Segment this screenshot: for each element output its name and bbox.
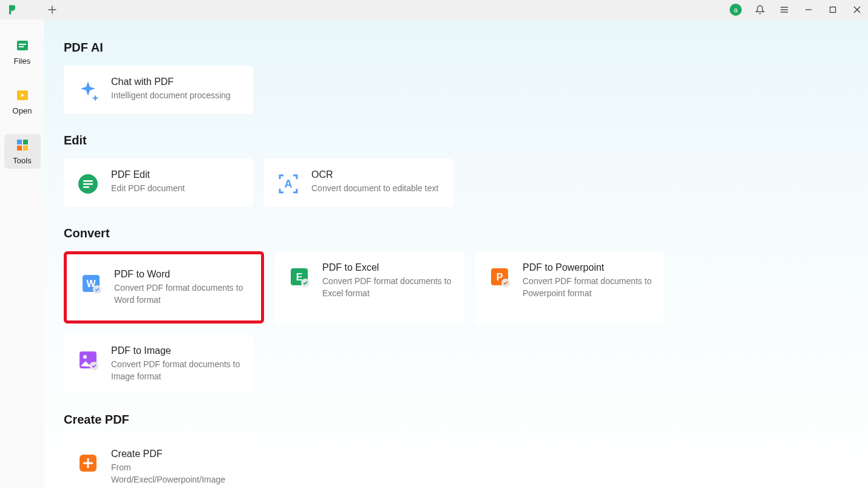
titlebar: a [0, 0, 868, 19]
card-title: PDF to Powerpoint [523, 262, 653, 273]
svg-rect-19 [83, 186, 89, 188]
card-desc: Intelligent document processing [111, 90, 231, 102]
section-convert: Convert W PDF to Word Convert PDF format… [64, 226, 849, 393]
section-edit: Edit PDF Edit Edit PDF document A [64, 134, 849, 207]
card-desc: Convert PDF format documents to Excel fo… [322, 276, 452, 299]
maximize-button[interactable] [827, 4, 839, 16]
sidebar-label: Open [13, 106, 32, 115]
minimize-button[interactable] [802, 4, 815, 16]
user-avatar[interactable]: a [730, 4, 742, 16]
sidebar-item-open[interactable]: Open [4, 84, 41, 119]
svg-rect-9 [19, 46, 24, 47]
svg-rect-12 [17, 140, 22, 144]
card-text: Create PDF From Word/Execl/Powerpoint/Im… [111, 449, 241, 486]
svg-rect-14 [17, 146, 22, 151]
card-text: PDF to Image Convert PDF format document… [111, 345, 241, 382]
section-create: Create PDF Create PDF From Word/Execl/Po… [64, 413, 849, 488]
card-title: Create PDF [111, 449, 241, 459]
excel-icon: E [287, 265, 311, 289]
sidebar-label: Files [14, 56, 30, 66]
sidebar: Files Open Tools [0, 19, 44, 488]
card-create-pdf[interactable]: Create PDF From Word/Execl/Powerpoint/Im… [64, 438, 253, 488]
menu-icon[interactable] [778, 4, 790, 16]
image-icon [76, 348, 100, 372]
card-desc: Convert PDF format documents to Word for… [114, 282, 249, 306]
card-title: PDF to Image [111, 345, 241, 356]
card-desc: Edit PDF document [111, 183, 185, 195]
svg-text:A: A [285, 178, 293, 190]
card-text: OCR Convert document to editable text [311, 169, 438, 195]
sidebar-item-files[interactable]: Files [4, 35, 41, 69]
sidebar-item-tools[interactable]: Tools [4, 134, 41, 169]
titlebar-right: a [730, 4, 863, 16]
svg-rect-13 [23, 140, 28, 144]
svg-rect-18 [83, 183, 93, 185]
section-title: Edit [64, 134, 849, 147]
section-pdf-ai: PDF AI Chat with PDF Intelligent documen… [64, 41, 849, 114]
card-desc: Convert PDF format documents to Image fo… [111, 359, 241, 382]
card-title: PDF to Word [114, 269, 249, 280]
notification-icon[interactable] [754, 4, 766, 16]
card-title: Chat with PDF [111, 76, 231, 87]
main-area: Files Open Tools PDF AI [0, 19, 868, 488]
card-text: PDF Edit Edit PDF document [111, 169, 185, 195]
card-title: OCR [311, 169, 438, 180]
svg-rect-17 [83, 180, 93, 182]
card-title: PDF to Excel [322, 262, 452, 273]
card-pdf-to-word[interactable]: W PDF to Word Convert PDF format documen… [64, 251, 264, 324]
card-desc: Convert document to editable text [311, 183, 438, 195]
new-tab-button[interactable] [45, 2, 59, 17]
close-button[interactable] [851, 4, 863, 16]
svg-point-31 [83, 355, 87, 359]
card-row: PDF Edit Edit PDF document A OCR Convert… [64, 158, 849, 207]
content-area: PDF AI Chat with PDF Intelligent documen… [44, 19, 868, 488]
pdf-edit-icon [76, 172, 100, 196]
card-text: PDF to Word Convert PDF format documents… [114, 269, 249, 306]
app-logo-icon [5, 2, 19, 17]
open-icon [15, 88, 30, 103]
svg-rect-15 [23, 146, 28, 151]
section-title: Convert [64, 226, 849, 240]
tools-icon [15, 138, 30, 152]
svg-rect-7 [17, 41, 28, 50]
card-chat-with-pdf[interactable]: Chat with PDF Intelligent document proce… [64, 66, 253, 114]
word-icon: W [79, 271, 103, 296]
files-icon [15, 38, 30, 53]
card-ocr[interactable]: A OCR Convert document to editable text [264, 158, 453, 207]
card-text: PDF to Excel Convert PDF format document… [322, 262, 452, 299]
titlebar-left [5, 2, 59, 17]
sidebar-label: Tools [13, 156, 31, 165]
card-pdf-to-powerpoint[interactable]: P PDF to Powerpoint Convert PDF format d… [475, 251, 665, 324]
card-desc: Convert PDF format documents to Powerpoi… [523, 276, 653, 299]
card-text: PDF to Powerpoint Convert PDF format doc… [523, 262, 653, 299]
card-pdf-to-excel[interactable]: E PDF to Excel Convert PDF format docume… [275, 251, 464, 324]
card-row: W PDF to Word Convert PDF format documen… [64, 251, 849, 393]
create-pdf-icon [76, 451, 100, 475]
card-pdf-edit[interactable]: PDF Edit Edit PDF document [64, 158, 253, 207]
section-title: Create PDF [64, 413, 849, 427]
card-pdf-to-image[interactable]: PDF to Image Convert PDF format document… [64, 334, 253, 393]
card-desc: From Word/Execl/Powerpoint/Image [111, 462, 241, 486]
card-row: Create PDF From Word/Execl/Powerpoint/Im… [64, 438, 849, 488]
card-text: Chat with PDF Intelligent document proce… [111, 76, 231, 102]
ocr-icon: A [276, 172, 300, 196]
sparkle-icon [76, 79, 100, 103]
card-row: Chat with PDF Intelligent document proce… [64, 66, 849, 114]
svg-rect-4 [830, 7, 836, 13]
svg-rect-8 [19, 44, 26, 45]
card-title: PDF Edit [111, 169, 185, 180]
section-title: PDF AI [64, 41, 849, 55]
powerpoint-icon: P [487, 265, 512, 289]
